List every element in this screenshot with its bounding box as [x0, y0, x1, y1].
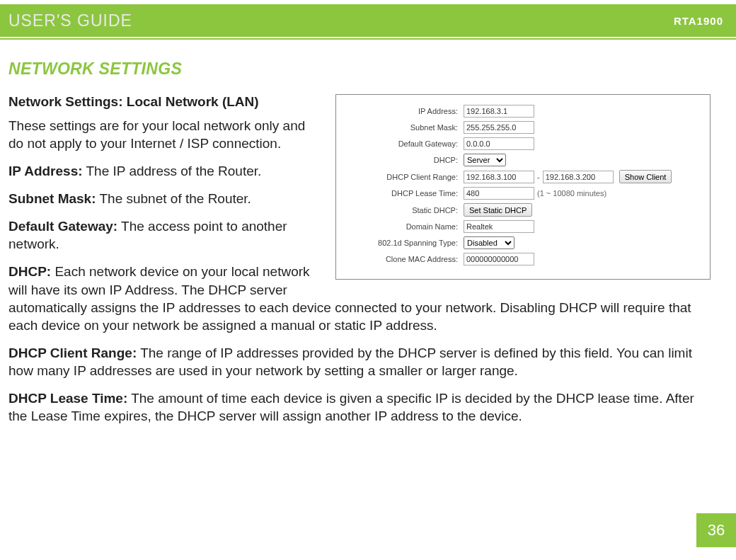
show-client-button[interactable]: Show Client: [619, 170, 672, 183]
term-subnet-mask: Subnet Mask:: [8, 191, 96, 206]
lease-hint: (1 ~ 10080 minutes): [537, 189, 606, 198]
input-range-end[interactable]: [543, 171, 614, 183]
label-ip-address: IP Address:: [343, 107, 464, 115]
row-domain-name: Domain Name:: [343, 220, 701, 233]
def-dhcp-lease-time: DHCP Lease Time: The amount of time each…: [8, 389, 711, 425]
text-subnet-mask: The subnet of the Router.: [96, 191, 251, 206]
term-dhcp-lease-time: DHCP Lease Time:: [8, 391, 127, 406]
label-subnet-mask: Subnet Mask:: [343, 123, 464, 132]
input-clone-mac[interactable]: [464, 253, 534, 265]
input-default-gateway[interactable]: [464, 137, 534, 150]
page-number: 36: [696, 513, 736, 547]
label-default-gateway: Default Gateway:: [343, 139, 464, 148]
term-default-gateway: Default Gateway:: [8, 219, 117, 234]
label-domain-name: Domain Name:: [343, 222, 464, 231]
label-dhcp-lease-time: DHCP Lease Time:: [343, 189, 464, 198]
input-ip-address[interactable]: [464, 105, 534, 118]
input-lease-time[interactable]: [464, 187, 534, 200]
page-content: NETWORK SETTINGS IP Address: Subnet Mask…: [0, 40, 736, 425]
model-number: RTA1900: [674, 15, 723, 27]
label-static-dhcp: Static DHCP:: [343, 206, 464, 215]
set-static-dhcp-button[interactable]: Set Static DHCP: [464, 203, 532, 217]
section-title: NETWORK SETTINGS: [8, 59, 711, 79]
label-clone-mac: Clone MAC Address:: [343, 255, 464, 263]
guide-title: USER'S GUIDE: [8, 11, 132, 30]
row-default-gateway: Default Gateway:: [343, 137, 701, 150]
row-ip-address: IP Address:: [343, 105, 701, 118]
input-subnet-mask[interactable]: [464, 121, 534, 134]
row-dhcp-client-range: DHCP Client Range: - Show Client: [343, 170, 701, 183]
term-dhcp-client-range: DHCP Client Range:: [8, 345, 137, 360]
range-dash: -: [537, 173, 540, 181]
row-spanning-type: 802.1d Spanning Type: Disabled: [343, 236, 701, 249]
text-ip-address: The IP address of the Router.: [83, 164, 262, 178]
label-dhcp: DHCP:: [343, 156, 464, 164]
def-dhcp-client-range: DHCP Client Range: The range of IP addre…: [8, 344, 711, 379]
row-clone-mac: Clone MAC Address:: [343, 253, 701, 265]
input-range-start[interactable]: [464, 171, 534, 183]
row-dhcp: DHCP: Server: [343, 154, 701, 166]
lan-settings-screenshot: IP Address: Subnet Mask: Default Gateway…: [335, 94, 711, 280]
row-dhcp-lease-time: DHCP Lease Time: (1 ~ 10080 minutes): [343, 187, 701, 200]
term-dhcp: DHCP:: [8, 264, 51, 279]
header-bar: USER'S GUIDE RTA1900: [0, 4, 736, 37]
select-dhcp[interactable]: Server: [464, 154, 506, 166]
row-subnet-mask: Subnet Mask:: [343, 121, 701, 134]
select-spanning-type[interactable]: Disabled: [464, 236, 514, 249]
row-static-dhcp: Static DHCP: Set Static DHCP: [343, 203, 701, 217]
input-domain-name[interactable]: [464, 220, 534, 233]
term-ip-address: IP Address:: [8, 164, 83, 178]
label-spanning-type: 802.1d Spanning Type:: [343, 239, 464, 247]
label-dhcp-client-range: DHCP Client Range:: [343, 173, 464, 181]
